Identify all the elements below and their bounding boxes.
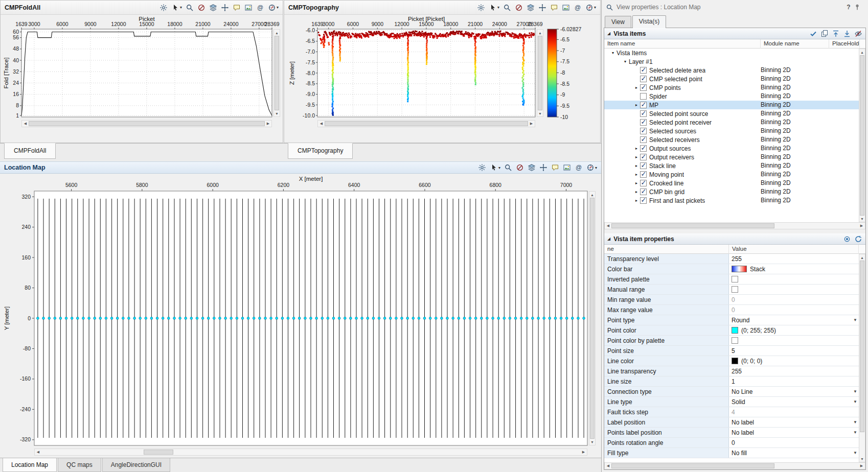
item-visibility-checkbox[interactable] xyxy=(640,136,647,143)
item-visibility-checkbox[interactable] xyxy=(640,119,647,126)
scroll-left-icon[interactable]: ◀ xyxy=(318,121,325,127)
layers-icon[interactable] xyxy=(527,3,535,12)
vertical-scrollbar[interactable]: ▲ ▼ xyxy=(537,29,543,117)
property-value-cell[interactable]: No Line▼ xyxy=(729,387,865,396)
colorbar-swatch[interactable] xyxy=(732,266,747,272)
settings-icon[interactable] xyxy=(477,3,485,12)
scroll-up-icon[interactable]: ▲ xyxy=(537,30,543,36)
item-visibility-checkbox[interactable] xyxy=(640,93,647,100)
move-up-icon[interactable] xyxy=(832,29,840,38)
tree-item-row[interactable]: ▸MPBinning 2D xyxy=(604,101,865,109)
tab-location-map[interactable]: Location Map xyxy=(3,458,57,472)
select-tool-icon[interactable]: ▾ xyxy=(490,163,500,172)
property-value-cell[interactable] xyxy=(729,285,865,294)
scroll-left-icon[interactable]: ◀ xyxy=(605,223,611,229)
item-visibility-checkbox[interactable] xyxy=(640,76,647,82)
scroll-down-icon[interactable]: ▼ xyxy=(589,439,595,445)
pan-tool-icon[interactable] xyxy=(538,3,546,12)
item-visibility-checkbox[interactable] xyxy=(640,145,647,152)
dropdown-caret-icon[interactable]: ▼ xyxy=(853,451,857,455)
deselect-tool-icon[interactable] xyxy=(515,3,523,12)
vertical-scrollbar[interactable]: ▲▼ xyxy=(859,49,865,222)
item-visibility-checkbox[interactable] xyxy=(640,197,647,204)
scroll-right-icon[interactable]: ▶ xyxy=(858,223,865,229)
column-header-value[interactable]: Value xyxy=(729,245,859,254)
zoom-tool-icon[interactable] xyxy=(503,3,511,12)
tree-expander-icon[interactable]: ▸ xyxy=(633,103,640,107)
pin-button[interactable] xyxy=(854,4,864,11)
move-down-icon[interactable] xyxy=(843,29,851,38)
snapshot-icon[interactable] xyxy=(562,3,570,12)
item-visibility-checkbox[interactable] xyxy=(640,162,647,169)
orientation-icon[interactable]: ▾ xyxy=(586,163,597,172)
scroll-right-icon[interactable]: ▶ xyxy=(528,121,535,127)
tree-item-row[interactable]: SpiderBinning 2D xyxy=(604,92,865,101)
scroll-up-icon[interactable]: ▲ xyxy=(589,192,595,198)
prop-checkbox[interactable] xyxy=(732,276,738,282)
item-visibility-checkbox[interactable] xyxy=(640,84,647,91)
property-value-cell[interactable]: (0; 0; 0) xyxy=(729,356,865,366)
item-visibility-checkbox[interactable] xyxy=(640,110,647,117)
column-header-module-name[interactable]: Module name xyxy=(761,39,829,49)
item-visibility-checkbox[interactable] xyxy=(640,180,647,186)
zoom-tool-icon[interactable] xyxy=(504,163,512,172)
tree-expander-icon[interactable]: ▸ xyxy=(633,190,640,194)
property-value-cell[interactable]: 255 xyxy=(729,254,865,264)
tree-expander-icon[interactable]: ▸ xyxy=(633,85,640,90)
tree-expander-icon[interactable]: ▾ xyxy=(609,51,616,55)
item-visibility-checkbox[interactable] xyxy=(640,154,647,160)
scroll-up-icon[interactable]: ▲ xyxy=(859,254,865,261)
property-value-cell[interactable]: Stack xyxy=(729,264,865,274)
orientation-icon[interactable]: ▾ xyxy=(268,3,279,12)
property-value-cell[interactable]: 1 xyxy=(729,376,865,386)
tab-qc-maps[interactable]: QC maps xyxy=(58,458,101,472)
property-value-cell[interactable]: 0 xyxy=(729,438,865,447)
property-value-cell[interactable]: (0; 255; 255) xyxy=(729,325,865,335)
check-all-icon[interactable] xyxy=(809,29,817,38)
pan-tool-icon[interactable] xyxy=(221,3,229,12)
item-properties-section-header[interactable]: ◢ Vista item properties xyxy=(604,233,865,245)
vertical-scrollbar[interactable]: ▲ ▼ xyxy=(589,191,596,445)
tab-angledirectiongui[interactable]: AngleDirectionGUI xyxy=(102,458,170,472)
tree-expander-icon[interactable]: ▸ xyxy=(633,172,640,177)
tree-item-row[interactable]: Selected delete areaBinning 2D xyxy=(604,66,865,75)
column-header-item-name[interactable]: Item name xyxy=(604,39,761,49)
tab-view[interactable]: View xyxy=(605,16,631,28)
tree-item-row[interactable]: Selected receiversBinning 2D xyxy=(604,135,865,144)
dropdown-caret-icon[interactable]: ▾ xyxy=(595,166,597,170)
locate-item-icon[interactable] xyxy=(843,234,851,244)
item-visibility-checkbox[interactable] xyxy=(640,102,647,108)
tree-expander-icon[interactable]: ▸ xyxy=(633,163,640,168)
tree-group-row[interactable]: ▾Vista Items xyxy=(604,49,865,57)
select-tool-icon[interactable]: ▾ xyxy=(489,3,499,12)
scroll-right-icon[interactable]: ▶ xyxy=(265,121,271,127)
tab-cmptopography[interactable]: CMPTopography xyxy=(288,143,353,159)
deselect-tool-icon[interactable] xyxy=(197,3,205,12)
dropdown-caret-icon[interactable]: ▼ xyxy=(853,318,857,322)
property-value-cell[interactable] xyxy=(729,274,865,284)
item-visibility-checkbox[interactable] xyxy=(640,188,647,195)
scroll-up-icon[interactable]: ▲ xyxy=(274,30,280,36)
scroll-up-icon[interactable]: ▲ xyxy=(859,49,865,55)
property-value-cell[interactable]: 5 xyxy=(729,346,865,356)
prop-checkbox[interactable] xyxy=(732,286,738,293)
property-value-cell[interactable]: No label▼ xyxy=(729,417,865,427)
dropdown-caret-icon[interactable]: ▾ xyxy=(497,5,499,10)
tree-item-row[interactable]: ▸Stack lineBinning 2D xyxy=(604,161,865,170)
dropdown-caret-icon[interactable]: ▼ xyxy=(853,389,857,394)
orientation-icon[interactable]: ▾ xyxy=(585,3,596,12)
column-header-ne[interactable]: ne xyxy=(604,245,729,254)
snapshot-icon[interactable] xyxy=(244,3,253,12)
tree-item-row[interactable]: ▸Moving pointBinning 2D xyxy=(604,170,865,179)
tree-item-row[interactable]: Selected point sourceBinning 2D xyxy=(604,109,865,118)
property-value-cell[interactable]: Solid▼ xyxy=(729,397,865,407)
layers-icon[interactable] xyxy=(209,3,217,12)
tree-expander-icon[interactable]: ▸ xyxy=(633,198,640,203)
dropdown-caret-icon[interactable]: ▾ xyxy=(180,5,182,10)
property-value-cell[interactable]: 0 xyxy=(729,305,865,315)
horizontal-scrollbar[interactable]: ◀ ▶ xyxy=(604,222,865,229)
property-value-cell[interactable]: 4 xyxy=(729,407,865,417)
zoom-extent-icon[interactable]: @ xyxy=(575,163,583,172)
properties-column-header[interactable]: neValue xyxy=(604,245,865,254)
item-visibility-checkbox[interactable] xyxy=(640,67,647,74)
